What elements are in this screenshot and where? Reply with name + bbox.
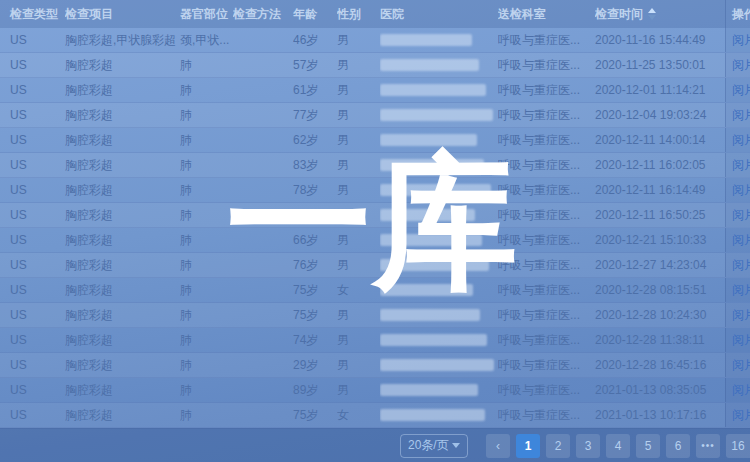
column-header-item: 检查项目 [65,0,180,28]
cell-gender: 男 [337,103,380,127]
cell-dept: 呼吸与重症医... [498,253,595,277]
cell-organ: 肺 [180,253,233,277]
sort-descending-icon[interactable] [648,15,656,20]
more-pages-button[interactable]: ••• [696,434,720,458]
cell-action: 阅片 [725,278,750,302]
view-images-link[interactable]: 阅片 [732,32,750,49]
cell-method [233,353,293,377]
cell-type: US [0,203,65,227]
cell-item: 胸腔彩超 [65,303,180,327]
table-row[interactable]: US胸腔彩超肺77岁男呼吸与重症医...2020-12-04 19:03:24阅… [0,103,750,128]
view-images-link[interactable]: 阅片 [732,207,750,224]
cell-type: US [0,128,65,152]
cell-dept: 呼吸与重症医... [498,278,595,302]
view-images-link[interactable]: 阅片 [732,257,750,274]
redacted-hospital-name [380,109,493,121]
view-images-link[interactable]: 阅片 [732,157,750,174]
table-row[interactable]: US胸腔彩超肺75岁女呼吸与重症医...2021-01-13 10:17:16阅… [0,403,750,428]
cell-time: 2020-12-28 11:38:11 [595,328,725,352]
cell-age: 77岁 [293,103,337,127]
cell-method [233,203,293,227]
column-header-label: 操作 [732,6,750,23]
cell-time: 2020-12-11 14:00:14 [595,128,725,152]
cell-age: 76岁 [293,253,337,277]
redacted-hospital-name [380,59,479,71]
page-button-5[interactable]: 5 [636,434,660,458]
page-button-1[interactable]: 1 [516,434,540,458]
column-header-time[interactable]: 检查时间 [595,0,725,28]
cell-organ: 肺 [180,178,233,202]
page-size-select[interactable]: 20条/页 [400,434,468,458]
cell-time: 2020-12-28 08:15:51 [595,278,725,302]
table-row[interactable]: US胸腔彩超肺74岁男呼吸与重症医...2020-12-28 11:38:11阅… [0,328,750,353]
cell-dept: 呼吸与重症医... [498,328,595,352]
exam-list-screen: 检查类型检查项目器官部位检查方法年龄性别医院送检科室检查时间操作 US胸腔彩超,… [0,0,750,462]
table-row[interactable]: US胸腔彩超肺62岁男呼吸与重症医...2020-12-11 14:00:14阅… [0,128,750,153]
cell-time: 2020-12-21 15:10:33 [595,228,725,252]
cell-age: 29岁 [293,353,337,377]
column-header-label: 医院 [380,6,404,23]
cell-age: 83岁 [293,153,337,177]
view-images-link[interactable]: 阅片 [732,407,750,424]
page-button-6[interactable]: 6 [666,434,690,458]
table-row[interactable]: US胸腔彩超肺83岁男呼吸与重症医...2020-12-11 16:02:05阅… [0,153,750,178]
cell-action: 阅片 [725,203,750,227]
view-images-link[interactable]: 阅片 [732,357,750,374]
cell-hospital [380,203,498,227]
view-images-link[interactable]: 阅片 [732,107,750,124]
cell-hospital [380,153,498,177]
cell-action: 阅片 [725,303,750,327]
cell-gender: 女 [337,403,380,427]
chevron-down-icon [452,443,460,448]
table-row[interactable]: US胸腔彩超肺89岁男呼吸与重症医...2021-01-13 08:35:05阅… [0,378,750,403]
view-images-link[interactable]: 阅片 [732,82,750,99]
view-images-link[interactable]: 阅片 [732,382,750,399]
column-header-label: 检查时间 [595,6,643,23]
cell-action: 阅片 [725,153,750,177]
view-images-link[interactable]: 阅片 [732,307,750,324]
cell-action: 阅片 [725,253,750,277]
table-row[interactable]: US胸腔彩超肺66岁男呼吸与重症医...2020-12-21 15:10:33阅… [0,228,750,253]
table-row[interactable]: US胸腔彩超肺78岁男呼吸与重症医...2020-12-11 16:14:49阅… [0,178,750,203]
table-row[interactable]: US胸腔彩超肺57岁男呼吸与重症医...2020-11-25 13:50:01阅… [0,53,750,78]
cell-hospital [380,78,498,102]
view-images-link[interactable]: 阅片 [732,132,750,149]
table-row[interactable]: US胸腔彩超肺75岁女呼吸与重症医...2020-12-28 08:15:51阅… [0,278,750,303]
column-header-label: 检查项目 [65,6,113,23]
table-row[interactable]: US胸腔彩超肺29岁男呼吸与重症医...2020-12-28 16:45:16阅… [0,353,750,378]
column-header-label: 器官部位 [180,6,228,23]
view-images-link[interactable]: 阅片 [732,282,750,299]
page-button-last[interactable]: 16 [726,434,750,458]
sort-carets-icon[interactable] [648,8,656,20]
view-images-link[interactable]: 阅片 [732,182,750,199]
table-row[interactable]: US胸腔彩超肺76岁男呼吸与重症医...2020-12-27 14:23:04阅… [0,253,750,278]
page-button-4[interactable]: 4 [606,434,630,458]
cell-age: 76岁 [293,203,337,227]
cell-type: US [0,278,65,302]
cell-time: 2020-12-11 16:14:49 [595,178,725,202]
view-images-link[interactable]: 阅片 [732,57,750,74]
cell-item: 胸腔彩超 [65,278,180,302]
page-button-3[interactable]: 3 [576,434,600,458]
cell-gender: 男 [337,353,380,377]
cell-organ: 肺 [180,128,233,152]
view-images-link[interactable]: 阅片 [732,332,750,349]
cell-item: 胸腔彩超 [65,353,180,377]
cell-time: 2020-11-16 15:44:49 [595,28,725,52]
column-header-label: 送检科室 [498,6,546,23]
page-button-2[interactable]: 2 [546,434,570,458]
table-row[interactable]: US胸腔彩超肺76岁女呼吸与重症医...2020-12-11 16:50:25阅… [0,203,750,228]
view-images-link[interactable]: 阅片 [732,232,750,249]
cell-organ: 肺 [180,328,233,352]
table-row[interactable]: US胸腔彩超肺75岁男呼吸与重症医...2020-12-28 10:24:30阅… [0,303,750,328]
prev-page-button[interactable]: ‹ [486,434,510,458]
cell-method [233,28,293,52]
cell-age: 62岁 [293,128,337,152]
cell-dept: 呼吸与重症医... [498,203,595,227]
table-row[interactable]: US胸腔彩超肺61岁男呼吸与重症医...2020-12-01 11:14:21阅… [0,78,750,103]
cell-action: 阅片 [725,78,750,102]
cell-method [233,228,293,252]
table-row[interactable]: US胸腔彩超,甲状腺彩超颈,甲状...46岁男呼吸与重症医...2020-11-… [0,28,750,53]
cell-time: 2020-12-28 10:24:30 [595,303,725,327]
sort-ascending-icon[interactable] [648,8,656,13]
